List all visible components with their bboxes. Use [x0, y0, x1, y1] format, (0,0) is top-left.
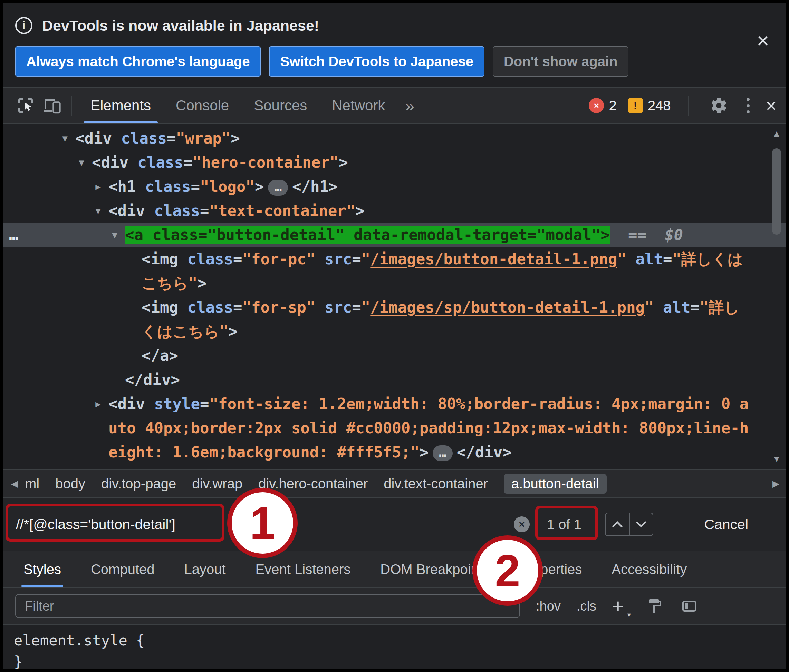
code-token: <div [92, 153, 137, 171]
code-token: > [231, 129, 240, 147]
code-token: " [645, 298, 654, 316]
code-token: = [663, 250, 672, 268]
dom-node-line[interactable]: ▶<div style="font-size: 1.2em;width: 80%… [3, 392, 786, 416]
issues-badge[interactable]: ! 248 [628, 98, 671, 113]
dom-node-line[interactable]: <img class="for-sp" src="/images/sp/butt… [3, 295, 786, 319]
breadcrumb-item[interactable]: div.hero-container [258, 476, 368, 492]
dock-sidebar-icon[interactable] [680, 597, 698, 615]
previous-match-button[interactable] [605, 513, 629, 535]
expand-arrow-down-icon[interactable]: ▼ [91, 199, 105, 223]
style-rule-close: } [14, 651, 786, 669]
close-brace: } [14, 653, 22, 669]
expand-arrow-down-icon[interactable]: ▼ [107, 223, 122, 247]
new-style-rule-icon[interactable]: +▾ [612, 596, 629, 616]
tab-elements[interactable]: Elements [78, 88, 163, 124]
breadcrumb-scroll-right-icon[interactable]: ▶ [772, 478, 779, 489]
dom-node-line[interactable]: ▼<div class="text-container"> [3, 199, 786, 223]
kebab-menu-icon[interactable] [743, 98, 753, 113]
breadcrumb-item[interactable]: div.top-page [101, 476, 176, 492]
dom-node-line[interactable]: ▶<h1 class="logo">…</h1> [3, 175, 786, 199]
search-input[interactable]: //*[@class='button-detail'] [16, 516, 176, 533]
breadcrumb-item[interactable]: body [55, 476, 85, 492]
devtools-close-icon[interactable]: × [765, 96, 776, 115]
inline-expand-icon[interactable]: … [433, 445, 453, 461]
code-token: = [528, 226, 537, 244]
tab-console[interactable]: Console [163, 88, 241, 124]
banner-button[interactable]: Don't show again [493, 46, 629, 76]
tab-network[interactable]: Network [319, 88, 398, 124]
code-token: </h1> [292, 178, 338, 195]
code-token: "button-detail" [207, 226, 344, 244]
code-token: = [200, 395, 209, 412]
sidebar-tab-layout[interactable]: Layout [184, 551, 226, 587]
breadcrumb-item[interactable]: a.button-detail [504, 474, 607, 494]
annotation-step-1: 1 [227, 488, 298, 558]
toolbar-divider [71, 96, 72, 116]
expand-arrow-right-icon[interactable]: ▶ [91, 175, 105, 199]
dom-node-line[interactable]: </div> [3, 368, 786, 392]
inline-expand-icon[interactable]: … [268, 180, 288, 196]
style-rule[interactable]: element.style { [14, 630, 786, 651]
code-token: " [361, 298, 371, 316]
code-token: > [339, 153, 348, 171]
inspect-element-icon[interactable] [15, 95, 36, 116]
dom-node-line[interactable]: uto 40px;border:2px solid #cc0000;paddin… [3, 416, 786, 440]
code-token: $0 [665, 226, 683, 244]
code-token: alt [663, 298, 690, 316]
code-token: <div [75, 129, 121, 147]
sidebar-tab-styles[interactable]: Styles [24, 551, 61, 587]
device-toolbar-icon[interactable] [42, 95, 62, 116]
breadcrumb-item[interactable]: ml [25, 476, 39, 492]
breadcrumb-item[interactable]: div.wrap [192, 476, 243, 492]
banner-close-icon[interactable]: × [757, 30, 769, 51]
banner-button[interactable]: Always match Chrome's language [15, 46, 261, 76]
code-token: = [191, 178, 200, 195]
error-badge[interactable]: × 2 [589, 98, 617, 113]
cancel-button[interactable]: Cancel [704, 516, 748, 533]
dom-node-line[interactable]: ▼<div class="wrap"> [3, 126, 786, 150]
code-token: class [137, 153, 183, 171]
banner-button[interactable]: Switch DevTools to Japanese [269, 46, 484, 76]
code-token: = [352, 250, 361, 268]
breadcrumb-item[interactable]: div.text-container [383, 476, 488, 492]
expand-arrow-down-icon[interactable]: ▼ [74, 150, 89, 175]
expand-arrow-right-icon[interactable]: ▶ [91, 392, 105, 416]
banner-buttons: Always match Chrome's languageSwitch Dev… [15, 46, 786, 76]
scroll-up-icon[interactable]: ▲ [769, 128, 784, 139]
search-results-count: 1 of 1 [547, 517, 581, 532]
dom-node-line[interactable]: こちら"> [3, 271, 786, 295]
sidebar-tab-computed[interactable]: Computed [91, 551, 155, 587]
dom-node-line[interactable]: …▼<a class="button-detail" data-remodal-… [3, 223, 786, 247]
code-token: </div> [125, 371, 180, 389]
code-token: "for-sp" [242, 298, 315, 316]
dom-node-line[interactable]: くはこちら"> [3, 319, 786, 344]
tab-sources[interactable]: Sources [241, 88, 319, 124]
dom-node-line[interactable]: ▼<div class="hero-container"> [3, 150, 786, 175]
settings-gear-icon[interactable] [709, 95, 729, 116]
scrollbar[interactable]: ▲ ▼ [769, 126, 784, 467]
scroll-down-icon[interactable]: ▼ [769, 454, 784, 464]
dom-node-line[interactable]: </a> [3, 344, 786, 368]
styles-filter-row: :hov .cls +▾ [3, 587, 786, 624]
cls-toggle[interactable]: .cls [577, 599, 596, 614]
code-token: class [121, 129, 166, 147]
code-token: くはこちら" [142, 323, 228, 340]
expand-arrow-down-icon[interactable]: ▼ [57, 126, 72, 150]
hov-toggle[interactable]: :hov [536, 599, 561, 614]
code-token: data-remodal-target [354, 226, 527, 244]
sidebar-tab-accessibility[interactable]: Accessibility [612, 551, 687, 587]
dom-node-line[interactable]: eight: 1.6em;background: #fff5f5;">…</di… [3, 440, 786, 464]
breadcrumb-scroll-left-icon[interactable]: ◀ [11, 478, 18, 489]
code-token: "for-pc" [242, 250, 315, 268]
code-token: class [145, 178, 191, 195]
next-match-button[interactable] [629, 513, 653, 535]
format-paint-icon[interactable] [645, 597, 664, 615]
filter-input[interactable] [15, 594, 520, 618]
node-overflow-icon[interactable]: … [9, 223, 18, 247]
clear-search-icon[interactable]: × [514, 516, 530, 532]
code-token: "logo" [200, 178, 255, 195]
more-tabs-icon[interactable]: » [398, 96, 422, 115]
scroll-thumb[interactable] [772, 148, 781, 234]
code-token [315, 298, 324, 316]
dom-node-line[interactable]: <img class="for-pc" src="/images/button-… [3, 247, 786, 271]
